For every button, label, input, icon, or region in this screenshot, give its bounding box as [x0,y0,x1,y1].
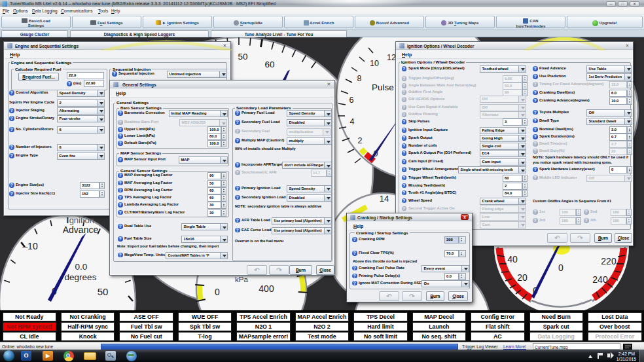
svg-text:0: 0 [558,262,564,273]
svg-text:6: 6 [349,96,354,105]
svg-text:220: 220 [601,256,617,266]
svg-text:50: 50 [98,286,109,297]
svg-text:240: 240 [592,274,608,285]
svg-text:Ignition: Ignition [67,215,94,225]
svg-text:50: 50 [238,52,247,62]
svg-text:0.0: 0.0 [75,262,88,272]
svg-text:degrees: degrees [65,272,97,282]
svg-text:14: 14 [380,194,389,204]
svg-text:20: 20 [517,272,528,283]
svg-text:8: 8 [357,74,362,83]
svg-text:0: 0 [215,287,220,297]
svg-text:10: 10 [370,59,379,68]
svg-text:400: 400 [259,283,274,294]
svg-text:kPa: kPa [235,276,248,283]
svg-text:Advance: Advance [63,225,99,235]
svg-text:40: 40 [507,254,518,264]
svg-text:60: 60 [264,60,274,69]
svg-text:4: 4 [350,117,355,126]
svg-text:12: 12 [387,53,396,62]
svg-text:2: 2 [358,136,363,145]
svg-text:–10: –10 [22,241,38,251]
